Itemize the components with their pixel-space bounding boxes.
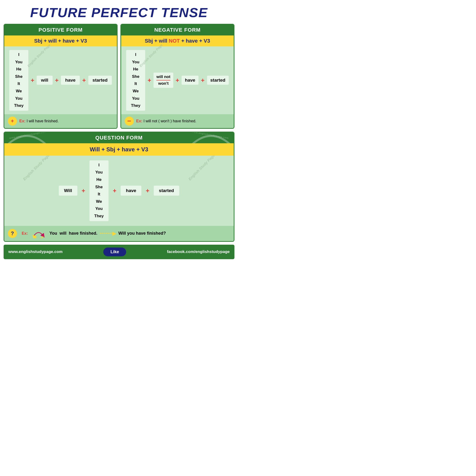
pos-plus3: + <box>82 77 86 84</box>
positive-form-box: POSITIVE FORM Sbj + will + have + V3 Eng… <box>3 24 118 129</box>
pos-will: will <box>41 78 48 83</box>
watermark-q1: English Study Page <box>22 153 51 181</box>
negative-formula: Sbj + will NOT + have + V3 <box>121 35 234 46</box>
dashed-arrow: ▶ <box>100 231 116 236</box>
like-button[interactable]: Like <box>103 248 126 256</box>
positive-pronouns: IYouHeSheItWeYouThey <box>12 51 26 109</box>
top-row: POSITIVE FORM Sbj + will + have + V3 Eng… <box>3 24 235 129</box>
q-example-result: Will you have finished? <box>118 231 166 236</box>
q-example-you: You <box>49 231 57 236</box>
pos-plus1: + <box>31 77 34 84</box>
negative-example-bar: − Ex: I will not ( won't ) have finished… <box>121 114 234 128</box>
q-have: have <box>126 188 136 193</box>
negative-header: NEGATIVE FORM <box>121 24 234 35</box>
question-content: English Study Page English Study Page Wi… <box>4 156 234 226</box>
neg-example-text: Ex: I will not ( won't ) have finished. <box>136 119 196 123</box>
page-wrapper: FUTURE PERFECT TENSE POSITIVE FORM Sbj +… <box>0 0 238 263</box>
positive-header: POSITIVE FORM <box>4 24 117 35</box>
positive-content: English Study Page IYouHeSheItWeYouThey … <box>4 46 117 114</box>
pos-circle-badge: + <box>8 117 17 126</box>
q-plus2: + <box>113 187 116 194</box>
footer-left: www.englishstudypage.com <box>8 249 63 254</box>
main-title: FUTURE PERFECT TENSE <box>3 2 235 24</box>
question-example-bar: ? Ex: <box>4 226 234 241</box>
neg-have: have <box>185 78 195 83</box>
will-not-block: will not won't <box>156 74 170 86</box>
negative-pronouns: IYouHeSheItWeYouThey <box>129 51 143 109</box>
footer-right: facebook.com/englishstudypage <box>167 249 230 254</box>
positive-formula: Sbj + will + have + V3 <box>4 35 117 46</box>
pos-plus2: + <box>55 77 59 84</box>
pos-have: have <box>65 78 75 83</box>
q-arrow-area <box>30 229 47 238</box>
q-ex-label: Ex: <box>22 231 28 236</box>
pos-v3: started <box>93 78 108 83</box>
neg-plus2: + <box>176 77 179 84</box>
question-header: www.englishstudypage.com www.englishstud… <box>4 132 234 143</box>
q-plus1: + <box>82 187 85 194</box>
q-will: Will <box>64 188 72 193</box>
question-header-text: QUESTION FORM <box>95 135 143 141</box>
q-v3: started <box>159 188 174 193</box>
negative-form-box: NEGATIVE FORM Sbj + will NOT + have + V3… <box>120 24 235 129</box>
neg-plus1: + <box>148 77 151 84</box>
swap-arrows-icon <box>30 229 47 238</box>
q-plus3: + <box>146 187 149 194</box>
neg-plus3: + <box>201 77 204 84</box>
positive-example-bar: + Ex: I will have finished. <box>4 114 117 128</box>
neg-circle-badge: − <box>125 117 134 126</box>
neg-v3: started <box>210 78 225 83</box>
footer: www.englishstudypage.com Like facebook.c… <box>3 245 235 259</box>
question-form-box: www.englishstudypage.com www.englishstud… <box>3 132 235 242</box>
pos-example-text: Ex: I will have finished. <box>19 119 59 123</box>
negative-content: English Study Page IYouHeSheItWeYouThey … <box>121 46 234 114</box>
question-pronouns: IYouHeSheItWeYouThey <box>92 162 106 220</box>
q-circle-badge: ? <box>8 229 17 238</box>
watermark-q2: English Study Page <box>187 153 216 181</box>
q-example-rest: have finished. <box>69 231 97 236</box>
watermark-pos: English Study Page <box>26 43 51 68</box>
question-formula: Will + Sbj + have + V3 <box>4 143 234 156</box>
q-example-will: will <box>60 231 67 236</box>
